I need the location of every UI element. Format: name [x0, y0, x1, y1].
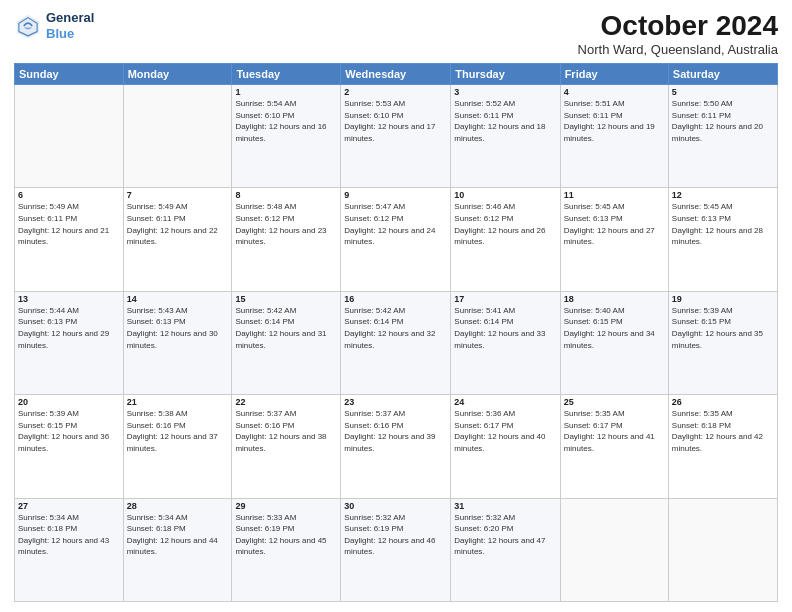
- sunrise-time: Sunrise: 5:38 AM: [127, 409, 188, 418]
- sunset-time: Sunset: 6:10 PM: [344, 111, 403, 120]
- table-row: 5Sunrise: 5:50 AMSunset: 6:11 PMDaylight…: [668, 85, 777, 188]
- sunrise-time: Sunrise: 5:32 AM: [454, 513, 515, 522]
- sunset-time: Sunset: 6:18 PM: [127, 524, 186, 533]
- col-thursday: Thursday: [451, 64, 560, 85]
- day-number: 31: [454, 501, 556, 511]
- day-number: 27: [18, 501, 120, 511]
- daylight-hours: Daylight: 12 hours and 19 minutes.: [564, 122, 655, 143]
- day-info: Sunrise: 5:40 AMSunset: 6:15 PMDaylight:…: [564, 305, 665, 351]
- daylight-hours: Daylight: 12 hours and 30 minutes.: [127, 329, 218, 350]
- table-row: 10Sunrise: 5:46 AMSunset: 6:12 PMDayligh…: [451, 188, 560, 291]
- day-info: Sunrise: 5:42 AMSunset: 6:14 PMDaylight:…: [344, 305, 447, 351]
- day-number: 26: [672, 397, 774, 407]
- location-subtitle: North Ward, Queensland, Australia: [578, 42, 778, 57]
- daylight-hours: Daylight: 12 hours and 33 minutes.: [454, 329, 545, 350]
- day-number: 6: [18, 190, 120, 200]
- day-number: 21: [127, 397, 229, 407]
- day-info: Sunrise: 5:37 AMSunset: 6:16 PMDaylight:…: [235, 408, 337, 454]
- day-info: Sunrise: 5:35 AMSunset: 6:17 PMDaylight:…: [564, 408, 665, 454]
- day-number: 2: [344, 87, 447, 97]
- daylight-hours: Daylight: 12 hours and 34 minutes.: [564, 329, 655, 350]
- day-number: 11: [564, 190, 665, 200]
- table-row: 6Sunrise: 5:49 AMSunset: 6:11 PMDaylight…: [15, 188, 124, 291]
- sunset-time: Sunset: 6:16 PM: [344, 421, 403, 430]
- sunrise-time: Sunrise: 5:39 AM: [672, 306, 733, 315]
- day-number: 13: [18, 294, 120, 304]
- sunset-time: Sunset: 6:19 PM: [235, 524, 294, 533]
- day-number: 30: [344, 501, 447, 511]
- calendar-week-row: 20Sunrise: 5:39 AMSunset: 6:15 PMDayligh…: [15, 395, 778, 498]
- calendar-week-row: 1Sunrise: 5:54 AMSunset: 6:10 PMDaylight…: [15, 85, 778, 188]
- day-info: Sunrise: 5:45 AMSunset: 6:13 PMDaylight:…: [672, 201, 774, 247]
- sunrise-time: Sunrise: 5:32 AM: [344, 513, 405, 522]
- daylight-hours: Daylight: 12 hours and 32 minutes.: [344, 329, 435, 350]
- day-number: 25: [564, 397, 665, 407]
- table-row: 4Sunrise: 5:51 AMSunset: 6:11 PMDaylight…: [560, 85, 668, 188]
- sunset-time: Sunset: 6:13 PM: [18, 317, 77, 326]
- daylight-hours: Daylight: 12 hours and 47 minutes.: [454, 536, 545, 557]
- sunrise-time: Sunrise: 5:53 AM: [344, 99, 405, 108]
- daylight-hours: Daylight: 12 hours and 22 minutes.: [127, 226, 218, 247]
- table-row: 28Sunrise: 5:34 AMSunset: 6:18 PMDayligh…: [123, 498, 232, 601]
- title-block: October 2024 North Ward, Queensland, Aus…: [578, 10, 778, 57]
- sunset-time: Sunset: 6:13 PM: [564, 214, 623, 223]
- table-row: 29Sunrise: 5:33 AMSunset: 6:19 PMDayligh…: [232, 498, 341, 601]
- day-number: 1: [235, 87, 337, 97]
- daylight-hours: Daylight: 12 hours and 23 minutes.: [235, 226, 326, 247]
- day-number: 10: [454, 190, 556, 200]
- day-info: Sunrise: 5:38 AMSunset: 6:16 PMDaylight:…: [127, 408, 229, 454]
- day-info: Sunrise: 5:33 AMSunset: 6:19 PMDaylight:…: [235, 512, 337, 558]
- sunset-time: Sunset: 6:14 PM: [235, 317, 294, 326]
- sunset-time: Sunset: 6:12 PM: [344, 214, 403, 223]
- daylight-hours: Daylight: 12 hours and 44 minutes.: [127, 536, 218, 557]
- table-row: 24Sunrise: 5:36 AMSunset: 6:17 PMDayligh…: [451, 395, 560, 498]
- daylight-hours: Daylight: 12 hours and 26 minutes.: [454, 226, 545, 247]
- table-row: 3Sunrise: 5:52 AMSunset: 6:11 PMDaylight…: [451, 85, 560, 188]
- daylight-hours: Daylight: 12 hours and 27 minutes.: [564, 226, 655, 247]
- table-row: [15, 85, 124, 188]
- day-info: Sunrise: 5:39 AMSunset: 6:15 PMDaylight:…: [672, 305, 774, 351]
- sunrise-time: Sunrise: 5:37 AM: [235, 409, 296, 418]
- day-info: Sunrise: 5:42 AMSunset: 6:14 PMDaylight:…: [235, 305, 337, 351]
- sunrise-time: Sunrise: 5:34 AM: [18, 513, 79, 522]
- table-row: 19Sunrise: 5:39 AMSunset: 6:15 PMDayligh…: [668, 291, 777, 394]
- day-number: 20: [18, 397, 120, 407]
- sunrise-time: Sunrise: 5:48 AM: [235, 202, 296, 211]
- col-tuesday: Tuesday: [232, 64, 341, 85]
- sunset-time: Sunset: 6:19 PM: [344, 524, 403, 533]
- day-info: Sunrise: 5:45 AMSunset: 6:13 PMDaylight:…: [564, 201, 665, 247]
- col-friday: Friday: [560, 64, 668, 85]
- day-number: 7: [127, 190, 229, 200]
- table-row: 17Sunrise: 5:41 AMSunset: 6:14 PMDayligh…: [451, 291, 560, 394]
- sunset-time: Sunset: 6:18 PM: [672, 421, 731, 430]
- day-number: 16: [344, 294, 447, 304]
- sunset-time: Sunset: 6:13 PM: [127, 317, 186, 326]
- table-row: 15Sunrise: 5:42 AMSunset: 6:14 PMDayligh…: [232, 291, 341, 394]
- logo: General Blue: [14, 10, 94, 41]
- sunrise-time: Sunrise: 5:42 AM: [344, 306, 405, 315]
- daylight-hours: Daylight: 12 hours and 20 minutes.: [672, 122, 763, 143]
- sunset-time: Sunset: 6:10 PM: [235, 111, 294, 120]
- logo-icon: [14, 12, 42, 40]
- day-info: Sunrise: 5:52 AMSunset: 6:11 PMDaylight:…: [454, 98, 556, 144]
- day-number: 12: [672, 190, 774, 200]
- table-row: 16Sunrise: 5:42 AMSunset: 6:14 PMDayligh…: [341, 291, 451, 394]
- sunrise-time: Sunrise: 5:36 AM: [454, 409, 515, 418]
- sunset-time: Sunset: 6:16 PM: [127, 421, 186, 430]
- day-number: 29: [235, 501, 337, 511]
- daylight-hours: Daylight: 12 hours and 38 minutes.: [235, 432, 326, 453]
- table-row: 20Sunrise: 5:39 AMSunset: 6:15 PMDayligh…: [15, 395, 124, 498]
- table-row: 2Sunrise: 5:53 AMSunset: 6:10 PMDaylight…: [341, 85, 451, 188]
- table-row: 13Sunrise: 5:44 AMSunset: 6:13 PMDayligh…: [15, 291, 124, 394]
- day-info: Sunrise: 5:44 AMSunset: 6:13 PMDaylight:…: [18, 305, 120, 351]
- sunrise-time: Sunrise: 5:40 AM: [564, 306, 625, 315]
- table-row: [560, 498, 668, 601]
- logo-line1: General: [46, 10, 94, 26]
- sunrise-time: Sunrise: 5:49 AM: [127, 202, 188, 211]
- day-number: 22: [235, 397, 337, 407]
- daylight-hours: Daylight: 12 hours and 35 minutes.: [672, 329, 763, 350]
- sunset-time: Sunset: 6:15 PM: [564, 317, 623, 326]
- day-info: Sunrise: 5:41 AMSunset: 6:14 PMDaylight:…: [454, 305, 556, 351]
- day-info: Sunrise: 5:53 AMSunset: 6:10 PMDaylight:…: [344, 98, 447, 144]
- daylight-hours: Daylight: 12 hours and 18 minutes.: [454, 122, 545, 143]
